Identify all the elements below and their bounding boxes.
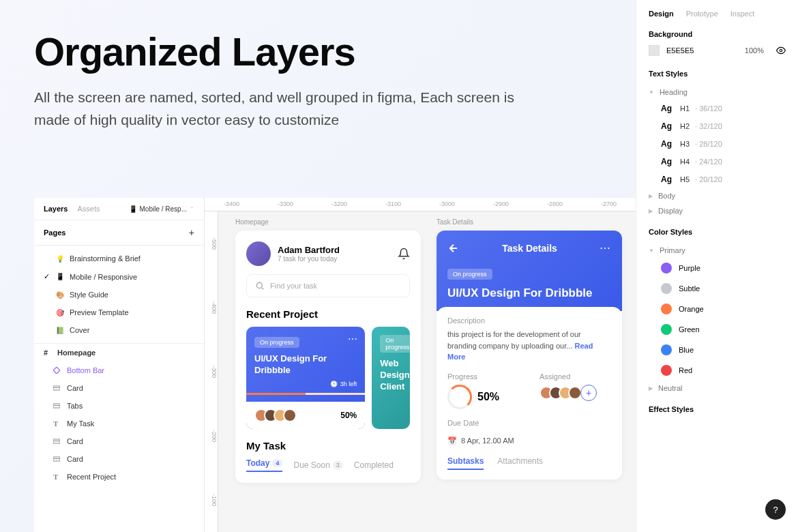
tab-prototype[interactable]: Prototype: [686, 10, 718, 18]
status-badge: On progress: [254, 337, 299, 348]
layer-item[interactable]: TMy Task: [34, 415, 204, 432]
color-swatch: [661, 365, 672, 376]
back-icon[interactable]: [447, 242, 460, 254]
text-style-item[interactable]: AgH5· 20/120: [649, 171, 786, 188]
page-item[interactable]: ✓📱Mobile / Responsive: [34, 267, 204, 286]
add-assignee-button[interactable]: +: [580, 385, 597, 401]
color-style-item[interactable]: Purple: [649, 258, 786, 278]
pages-header: Pages: [44, 228, 65, 237]
text-style-group-body[interactable]: ▶Body: [649, 188, 786, 203]
text-style-item[interactable]: AgH1· 36/120: [649, 100, 786, 117]
progress-label: Progress: [447, 372, 519, 381]
project-card[interactable]: On progress ⋯ UI/UX Design For Dribbble …: [246, 327, 365, 429]
text-style-group-display[interactable]: ▶Display: [649, 203, 786, 218]
page-item[interactable]: 🎯Preview Template: [34, 304, 204, 321]
user-subtitle: 7 task for you today: [278, 255, 340, 263]
canvas[interactable]: -3400-3300-3200-3100-3000-2900-2800-2700…: [205, 198, 636, 532]
layer-item[interactable]: Card: [34, 379, 204, 397]
clock-icon: 🕒: [330, 381, 338, 387]
color-swatch: [661, 304, 672, 314]
tab-inspect[interactable]: Inspect: [730, 10, 754, 18]
page-item[interactable]: 💡Brainstorming & Brief: [34, 250, 204, 267]
avatar-group[interactable]: [254, 409, 293, 422]
svg-point-9: [780, 49, 782, 52]
background-swatch[interactable]: [649, 45, 660, 56]
due-date: 📅8 Apr, 12.00 AM: [447, 437, 611, 445]
layers-tab[interactable]: Layers: [44, 205, 68, 213]
add-page-button[interactable]: +: [189, 227, 194, 238]
layer-item[interactable]: Tabs: [34, 397, 204, 415]
color-swatch: [661, 263, 672, 274]
color-style-item[interactable]: Orange: [649, 299, 786, 319]
page-item[interactable]: 📗Cover: [34, 321, 204, 339]
color-swatch: [661, 344, 672, 355]
assigned-label: Assigned: [540, 372, 611, 381]
tab-design[interactable]: Design: [649, 10, 674, 18]
effect-styles-label: Effect Styles: [649, 405, 786, 413]
ruler-horizontal: -3400-3300-3200-3100-3000-2900-2800-2700: [205, 198, 636, 211]
color-style-item[interactable]: Blue: [649, 340, 786, 360]
frame-label-homepage[interactable]: Homepage: [235, 218, 269, 226]
assigned-avatars[interactable]: +: [540, 385, 611, 401]
diamond-icon: [53, 367, 61, 374]
layer-item[interactable]: Card: [34, 450, 204, 468]
background-hex[interactable]: E5E5E5: [666, 46, 694, 55]
page-picker[interactable]: 📱 Mobile / Resp... ⌃: [129, 205, 194, 213]
hero-description: All the screen are named, sorted, and we…: [34, 87, 525, 131]
tab-subtasks[interactable]: Subtasks: [447, 456, 484, 470]
bell-icon[interactable]: [398, 248, 410, 260]
tab-completed[interactable]: Completed: [354, 458, 394, 472]
background-label: Background: [649, 30, 786, 38]
color-swatch: [661, 324, 672, 335]
tabs-icon: [53, 456, 61, 462]
help-button[interactable]: ?: [765, 499, 786, 520]
avatar[interactable]: [246, 241, 271, 266]
tab-today[interactable]: Today4: [246, 458, 282, 472]
color-style-item[interactable]: Red: [649, 360, 786, 381]
project-title: UI/UX Design For Dribbble: [254, 353, 357, 376]
hero-title: Organized Layers: [34, 29, 525, 74]
tab-attachments[interactable]: Attachments: [497, 456, 543, 470]
page-item[interactable]: 🎨Style Guide: [34, 286, 204, 304]
progress-percent: 50%: [340, 411, 357, 420]
layer-item[interactable]: Card: [34, 432, 204, 450]
project-title: Web Design Client: [380, 358, 402, 393]
figma-workspace: Layers Assets 📱 Mobile / Resp... ⌃ Pages…: [34, 198, 636, 532]
page-list: 💡Brainstorming & Brief✓📱Mobile / Respons…: [34, 246, 204, 344]
text-style-group-heading[interactable]: ▼Heading: [649, 85, 786, 100]
more-icon[interactable]: ⋯: [348, 334, 358, 344]
color-style-item[interactable]: Green: [649, 319, 786, 340]
ruler-vertical: -500-400-300-200-100: [205, 211, 218, 532]
frame-homepage[interactable]: # Homepage: [34, 344, 204, 361]
inspector-panel: Design Prototype Inspect Background E5E5…: [636, 0, 798, 532]
assets-tab[interactable]: Assets: [77, 205, 100, 213]
mobile-frame-homepage[interactable]: Adam Bartford 7 task for you today Find …: [235, 231, 421, 483]
user-name: Adam Bartford: [278, 245, 340, 255]
color-swatch: [661, 283, 672, 294]
description-label: Description: [447, 316, 611, 325]
color-style-item[interactable]: Subtle: [649, 278, 786, 299]
search-input[interactable]: Find your task: [246, 274, 410, 297]
project-card-partial[interactable]: On progress Web Design Client: [372, 327, 410, 429]
text-style-item[interactable]: AgH2· 32/120: [649, 117, 786, 135]
frame-icon: #: [44, 349, 52, 357]
task-title: UI/UX Design For Dribbble: [447, 286, 611, 300]
progress-ring: [447, 385, 472, 409]
description-text: this project is for the development of o…: [447, 329, 611, 363]
color-group-primary[interactable]: ▼Primary: [649, 243, 786, 258]
svg-point-8: [256, 282, 262, 288]
tab-due-soon[interactable]: Due Soon3: [293, 458, 342, 472]
visibility-icon[interactable]: [776, 46, 786, 55]
color-styles-label: Color Styles: [649, 228, 786, 236]
layer-item[interactable]: Bottom Bar: [34, 361, 204, 379]
mobile-frame-task-details[interactable]: Task Details ⋯ On progress UI/UX Design …: [437, 231, 622, 479]
background-opacity[interactable]: 100%: [745, 46, 764, 55]
more-icon[interactable]: ⋯: [600, 241, 611, 254]
my-task-heading: My Task: [246, 440, 410, 452]
layer-tree: # Homepage Bottom BarCardTabsTMy TaskCar…: [34, 344, 204, 532]
text-style-item[interactable]: AgH3· 28/120: [649, 135, 786, 153]
frame-label-task-details[interactable]: Task Details: [437, 218, 473, 226]
color-group-neutral[interactable]: ▶Neutral: [649, 381, 786, 396]
text-style-item[interactable]: AgH4· 24/120: [649, 153, 786, 171]
layer-item[interactable]: TRecent Project: [34, 468, 204, 486]
